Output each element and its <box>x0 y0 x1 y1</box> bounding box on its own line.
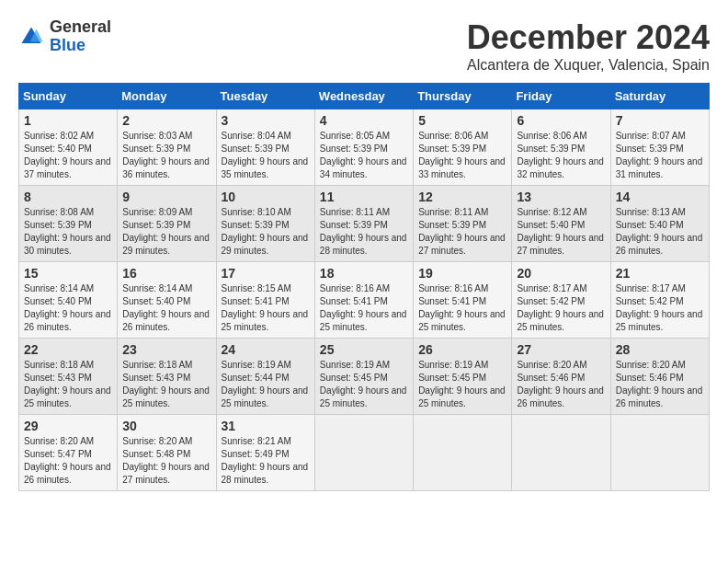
day-number: 12 <box>418 190 506 204</box>
day-info: Sunrise: 8:20 AMSunset: 5:47 PMDaylight:… <box>24 436 111 485</box>
day-cell: 30 Sunrise: 8:20 AMSunset: 5:48 PMDaylig… <box>118 415 216 491</box>
day-number: 6 <box>517 113 605 128</box>
day-number: 20 <box>517 266 605 281</box>
day-number: 8 <box>24 190 112 204</box>
day-info: Sunrise: 8:06 AMSunset: 5:39 PMDaylight:… <box>418 131 506 179</box>
day-number: 27 <box>517 342 605 357</box>
day-info: Sunrise: 8:04 AMSunset: 5:39 PMDaylight:… <box>222 131 309 179</box>
day-cell: 13 Sunrise: 8:12 AMSunset: 5:40 PMDaylig… <box>512 186 610 262</box>
day-cell: 1 Sunrise: 8:02 AMSunset: 5:40 PMDayligh… <box>19 109 118 186</box>
day-header: Tuesday <box>216 84 314 109</box>
header: General Blue December 2024 Alcantera de … <box>18 18 710 74</box>
day-number: 14 <box>616 190 704 204</box>
day-info: Sunrise: 8:19 AMSunset: 5:44 PMDaylight:… <box>222 360 309 408</box>
day-number: 4 <box>320 113 408 128</box>
day-cell: 16 Sunrise: 8:14 AMSunset: 5:40 PMDaylig… <box>118 262 216 339</box>
day-cell: 5 Sunrise: 8:06 AMSunset: 5:39 PMDayligh… <box>414 109 512 186</box>
day-number: 22 <box>24 342 112 357</box>
day-info: Sunrise: 8:10 AMSunset: 5:39 PMDaylight:… <box>222 207 309 256</box>
day-number: 15 <box>24 266 112 281</box>
day-cell: 8 Sunrise: 8:08 AMSunset: 5:39 PMDayligh… <box>19 186 118 262</box>
week-row: 29 Sunrise: 8:20 AMSunset: 5:47 PMDaylig… <box>19 415 710 491</box>
day-header: Saturday <box>610 84 709 109</box>
day-number: 17 <box>222 266 310 281</box>
calendar: SundayMondayTuesdayWednesdayThursdayFrid… <box>18 83 710 491</box>
day-info: Sunrise: 8:14 AMSunset: 5:40 PMDaylight:… <box>122 283 210 332</box>
day-cell: 26 Sunrise: 8:19 AMSunset: 5:45 PMDaylig… <box>414 339 512 415</box>
day-header: Thursday <box>414 84 512 109</box>
day-cell: 19 Sunrise: 8:16 AMSunset: 5:41 PMDaylig… <box>414 262 512 339</box>
day-cell: 4 Sunrise: 8:05 AMSunset: 5:39 PMDayligh… <box>314 109 413 186</box>
day-cell: 2 Sunrise: 8:03 AMSunset: 5:39 PMDayligh… <box>118 109 216 186</box>
day-cell <box>314 415 413 491</box>
day-number: 26 <box>418 342 506 357</box>
day-cell: 20 Sunrise: 8:17 AMSunset: 5:42 PMDaylig… <box>512 262 610 339</box>
day-cell: 28 Sunrise: 8:20 AMSunset: 5:46 PMDaylig… <box>610 339 709 415</box>
day-cell: 18 Sunrise: 8:16 AMSunset: 5:41 PMDaylig… <box>314 262 413 339</box>
day-cell: 31 Sunrise: 8:21 AMSunset: 5:49 PMDaylig… <box>216 415 314 491</box>
day-number: 1 <box>24 113 112 128</box>
header-row: SundayMondayTuesdayWednesdayThursdayFrid… <box>19 84 710 109</box>
day-number: 28 <box>616 342 704 357</box>
day-info: Sunrise: 8:16 AMSunset: 5:41 PMDaylight:… <box>418 283 506 332</box>
day-info: Sunrise: 8:12 AMSunset: 5:40 PMDaylight:… <box>517 207 604 256</box>
location: Alcantera de Xuquer, Valencia, Spain <box>467 57 710 74</box>
day-header: Friday <box>512 84 610 109</box>
day-number: 7 <box>616 113 704 128</box>
day-number: 11 <box>320 190 408 204</box>
day-info: Sunrise: 8:09 AMSunset: 5:39 PMDaylight:… <box>122 207 210 256</box>
day-number: 24 <box>222 342 310 357</box>
day-header: Sunday <box>19 84 118 109</box>
day-info: Sunrise: 8:08 AMSunset: 5:39 PMDaylight:… <box>24 207 111 256</box>
day-info: Sunrise: 8:18 AMSunset: 5:43 PMDaylight:… <box>24 360 111 408</box>
day-info: Sunrise: 8:20 AMSunset: 5:48 PMDaylight:… <box>122 436 210 485</box>
logo: General Blue <box>18 18 111 55</box>
day-cell: 22 Sunrise: 8:18 AMSunset: 5:43 PMDaylig… <box>19 339 118 415</box>
day-cell: 23 Sunrise: 8:18 AMSunset: 5:43 PMDaylig… <box>118 339 216 415</box>
title-area: December 2024 Alcantera de Xuquer, Valen… <box>467 18 710 74</box>
day-info: Sunrise: 8:17 AMSunset: 5:42 PMDaylight:… <box>616 283 703 332</box>
day-info: Sunrise: 8:18 AMSunset: 5:43 PMDaylight:… <box>122 360 210 408</box>
day-info: Sunrise: 8:19 AMSunset: 5:45 PMDaylight:… <box>320 360 407 408</box>
day-cell: 9 Sunrise: 8:09 AMSunset: 5:39 PMDayligh… <box>118 186 216 262</box>
week-row: 22 Sunrise: 8:18 AMSunset: 5:43 PMDaylig… <box>19 339 710 415</box>
day-number: 25 <box>320 342 408 357</box>
day-info: Sunrise: 8:14 AMSunset: 5:40 PMDaylight:… <box>24 283 111 332</box>
day-cell: 7 Sunrise: 8:07 AMSunset: 5:39 PMDayligh… <box>610 109 709 186</box>
day-number: 18 <box>320 266 408 281</box>
day-number: 31 <box>222 419 310 433</box>
logo-general: General <box>50 18 111 37</box>
day-cell: 15 Sunrise: 8:14 AMSunset: 5:40 PMDaylig… <box>19 262 118 339</box>
logo-icon <box>18 24 44 50</box>
day-number: 21 <box>616 266 704 281</box>
day-info: Sunrise: 8:07 AMSunset: 5:39 PMDaylight:… <box>616 131 703 179</box>
week-row: 8 Sunrise: 8:08 AMSunset: 5:39 PMDayligh… <box>19 186 710 262</box>
day-info: Sunrise: 8:20 AMSunset: 5:46 PMDaylight:… <box>616 360 703 408</box>
day-info: Sunrise: 8:05 AMSunset: 5:39 PMDaylight:… <box>320 131 407 179</box>
day-info: Sunrise: 8:16 AMSunset: 5:41 PMDaylight:… <box>320 283 407 332</box>
day-info: Sunrise: 8:02 AMSunset: 5:40 PMDaylight:… <box>24 131 111 179</box>
week-row: 15 Sunrise: 8:14 AMSunset: 5:40 PMDaylig… <box>19 262 710 339</box>
day-cell: 25 Sunrise: 8:19 AMSunset: 5:45 PMDaylig… <box>314 339 413 415</box>
day-info: Sunrise: 8:11 AMSunset: 5:39 PMDaylight:… <box>320 207 407 256</box>
day-number: 3 <box>222 113 310 128</box>
day-number: 30 <box>122 419 210 433</box>
day-info: Sunrise: 8:20 AMSunset: 5:46 PMDaylight:… <box>517 360 604 408</box>
day-number: 29 <box>24 419 112 433</box>
day-info: Sunrise: 8:15 AMSunset: 5:41 PMDaylight:… <box>222 283 309 332</box>
day-number: 19 <box>418 266 506 281</box>
day-number: 10 <box>222 190 310 204</box>
day-cell: 11 Sunrise: 8:11 AMSunset: 5:39 PMDaylig… <box>314 186 413 262</box>
day-cell: 21 Sunrise: 8:17 AMSunset: 5:42 PMDaylig… <box>610 262 709 339</box>
day-cell <box>512 415 610 491</box>
week-row: 1 Sunrise: 8:02 AMSunset: 5:40 PMDayligh… <box>19 109 710 186</box>
day-info: Sunrise: 8:21 AMSunset: 5:49 PMDaylight:… <box>222 436 309 485</box>
day-number: 9 <box>122 190 210 204</box>
day-cell: 24 Sunrise: 8:19 AMSunset: 5:44 PMDaylig… <box>216 339 314 415</box>
day-cell: 3 Sunrise: 8:04 AMSunset: 5:39 PMDayligh… <box>216 109 314 186</box>
day-number: 5 <box>418 113 506 128</box>
day-info: Sunrise: 8:13 AMSunset: 5:40 PMDaylight:… <box>616 207 703 256</box>
day-cell <box>414 415 512 491</box>
day-cell: 12 Sunrise: 8:11 AMSunset: 5:39 PMDaylig… <box>414 186 512 262</box>
day-cell: 6 Sunrise: 8:06 AMSunset: 5:39 PMDayligh… <box>512 109 610 186</box>
